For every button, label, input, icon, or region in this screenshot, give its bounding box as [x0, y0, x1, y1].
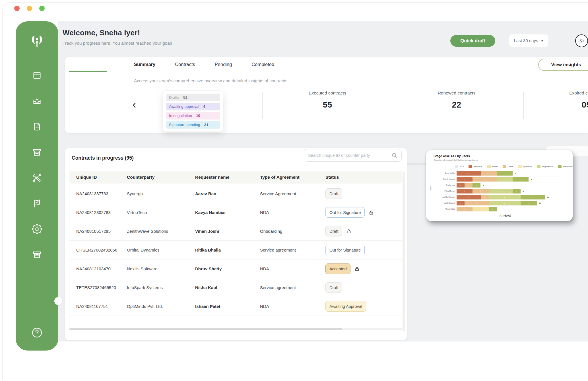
legend-item: Negotiations	[537, 165, 553, 168]
period-dropdown[interactable]: Last 30 days ▼	[509, 34, 548, 47]
bar-segment-requests: 1	[457, 201, 465, 205]
status-badge[interactable]: Draft	[325, 282, 342, 293]
table-row[interactable]: NA24081167751 OptiMinds Pvt. Ltd. Ishaan…	[69, 297, 402, 316]
search-input[interactable]	[308, 153, 388, 158]
popup-item-in-negotiation[interactable]: In negotiation 10	[166, 112, 220, 120]
chart-category-label: Sneha Iyer	[434, 184, 455, 186]
status-badge[interactable]: Out for Signature	[325, 207, 365, 218]
bar-segment-requests: 3	[457, 195, 481, 199]
stat-value: 55	[285, 100, 370, 110]
tab-summary[interactable]: Summary	[134, 62, 155, 67]
popup-item-value: 52	[183, 95, 187, 100]
cell-counterparty: InfoSpark Systems	[127, 285, 195, 290]
popup-item-drafts[interactable]: Drafts 52	[166, 94, 220, 101]
table-row[interactable]: NA240810517295 ZenithWave Solutions Viha…	[69, 222, 402, 241]
popup-item-signature-pending[interactable]: Signature pending 21	[166, 121, 220, 129]
sidebar-item-documents[interactable]	[32, 121, 42, 132]
bar-segment-requests: 3	[457, 171, 481, 176]
chart-subtitle: Overview of contract distribution across…	[434, 159, 478, 161]
chevron-left-icon	[130, 101, 138, 109]
table-vertical-scrollbar[interactable]	[403, 172, 405, 331]
stacked-bar: 221	[457, 207, 497, 211]
bar-total-label: 9	[531, 178, 532, 180]
legend-item: Approvals	[518, 165, 532, 168]
stat-divider	[393, 92, 393, 119]
sidebar-item-tools[interactable]	[32, 173, 42, 183]
tab-contracts[interactable]: Contracts	[175, 62, 195, 67]
popup-item-awaiting-approval[interactable]: Awaiting approval 4	[166, 103, 220, 110]
sidebar-item-settings[interactable]	[32, 224, 42, 234]
bar-segment-drafts: 3	[465, 201, 489, 205]
legend-swatch	[487, 165, 491, 168]
carousel-prev-button[interactable]	[130, 101, 138, 109]
bar-segment-requests: 2	[457, 189, 473, 193]
cell-unique-id: NA24081337733	[69, 191, 127, 196]
progress-breakdown-popup: Drafts 52 Awaiting approval 4 In negotia…	[163, 90, 223, 132]
sidebar-item-storage[interactable]	[32, 250, 42, 260]
bar-segment-executions: 1	[489, 207, 497, 211]
status-badge[interactable]: Accepted	[325, 263, 350, 274]
chart-row-separator	[457, 212, 559, 212]
status-badge[interactable]: Draft	[325, 226, 342, 236]
bar-segment-requests: 1	[457, 183, 465, 188]
bar-segment-negotiations: 4	[489, 201, 521, 205]
column-type-of-agreement: Type of Agreement	[260, 175, 325, 180]
cell-requester: Ishaan Patel	[195, 304, 260, 309]
cell-unique-id: NA240810517295	[69, 229, 127, 234]
bar-segment-negotiations: 3	[489, 189, 513, 193]
table-horizontal-scrollbar[interactable]	[69, 328, 342, 330]
sidebar-item-inbox[interactable]	[32, 96, 42, 106]
stacked-bar: 2231	[457, 189, 521, 193]
sidebar-collapse-handle[interactable]	[54, 297, 62, 305]
status-badge[interactable]: Awaiting Approval	[325, 301, 366, 312]
view-insights-button[interactable]: View insights	[538, 59, 588, 71]
sidebar-item-milestones[interactable]	[32, 198, 42, 209]
cell-type: NDA	[260, 266, 325, 271]
chart-bar-row: Priya Menon22318	[457, 188, 553, 194]
sidebar-item-archive[interactable]	[32, 147, 42, 157]
chart-title: Stage wise TAT by users	[434, 154, 470, 158]
chart-bar-row: Sneha Iyer1113	[457, 182, 553, 188]
close-window-button[interactable]	[14, 6, 20, 11]
page-subtitle: Track you progress here. You almost reac…	[63, 41, 172, 46]
cell-requester: Aarav Rao	[195, 191, 260, 196]
contracts-table-card: Contracts in progress (95) Unique ID Cou…	[65, 148, 407, 340]
table-row[interactable]: CHSER27082492856 Orbital Dynamics Ritika…	[69, 241, 402, 260]
stat-value: 05	[544, 100, 588, 110]
table-row[interactable]: NA24081337733 Synergix Aarav Rao Service…	[69, 184, 402, 203]
minimize-window-button[interactable]	[27, 6, 32, 11]
sidebar-item-help[interactable]	[16, 327, 58, 339]
stat-label: Expired contracts	[544, 90, 588, 96]
bar-segment-drafts: 1	[481, 195, 489, 199]
sidebar-item-dashboard[interactable]	[32, 70, 42, 81]
popup-item-value: 10	[196, 114, 200, 118]
table-row[interactable]: NA240812302783 VirtuoTech Kavya Nambiar …	[69, 203, 402, 222]
user-avatar[interactable]: SI	[575, 34, 588, 47]
help-circle-icon	[31, 327, 43, 339]
table-horizontal-scrollbar-track	[69, 328, 402, 330]
tab-bar-divider	[65, 72, 588, 72]
bar-total-label: 11	[547, 196, 549, 198]
tab-pending[interactable]: Pending	[215, 62, 232, 67]
maximize-window-button[interactable]	[39, 6, 45, 11]
sidebar	[16, 21, 58, 351]
status-badge[interactable]: Draft	[325, 188, 342, 199]
chart-y-axis-label: Users	[430, 185, 432, 190]
stacked-bar: 322	[457, 171, 513, 176]
table-row[interactable]: TETES27082465520 InfoSpark Systems Nisha…	[69, 278, 402, 297]
column-unique-id: Unique ID	[69, 175, 127, 180]
table-search[interactable]	[304, 149, 402, 162]
cell-unique-id: NA240812302783	[69, 210, 127, 215]
status-badge[interactable]: Out for Signature	[325, 245, 365, 255]
bar-segment-drafts: 1	[465, 183, 473, 188]
quick-draft-button[interactable]: Quick draft	[450, 35, 495, 47]
app-logo[interactable]	[28, 32, 46, 50]
stacked-bar: 111	[457, 183, 480, 188]
cell-requester: Nisha Kaul	[195, 285, 260, 290]
tab-completed[interactable]: Completed	[251, 62, 274, 67]
document-icon	[32, 122, 42, 131]
stacked-bar: 3143	[457, 195, 545, 199]
cell-counterparty: VirtuoTech	[127, 210, 195, 215]
tat-chart-card[interactable]: Stage wise TAT by users Overview of cont…	[426, 150, 573, 221]
table-row[interactable]: NA240812103470 Nexilis Software Dhruv Sh…	[69, 260, 402, 278]
